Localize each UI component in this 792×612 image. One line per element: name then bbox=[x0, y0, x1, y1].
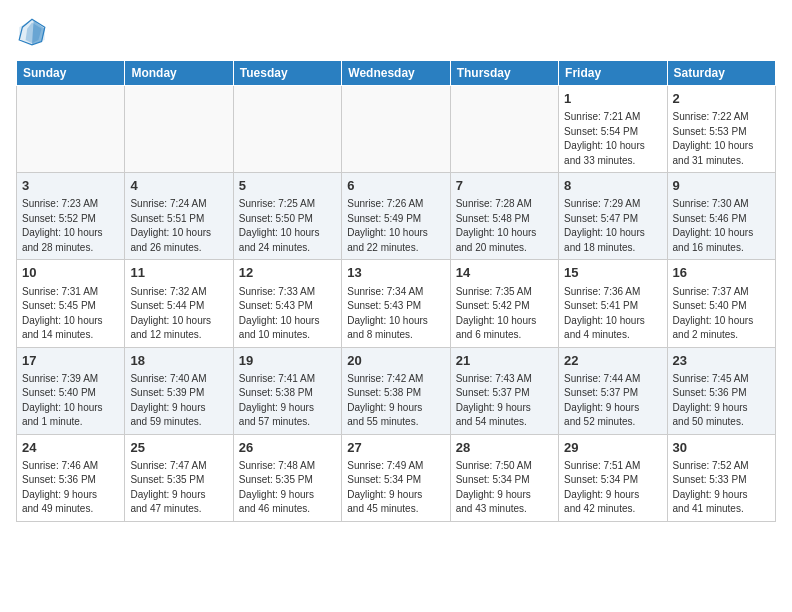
calendar-cell: 2Sunrise: 7:22 AM Sunset: 5:53 PM Daylig… bbox=[667, 86, 775, 173]
day-number: 21 bbox=[456, 352, 553, 370]
day-info: Sunrise: 7:47 AM Sunset: 5:35 PM Dayligh… bbox=[130, 459, 227, 517]
day-number: 23 bbox=[673, 352, 770, 370]
calendar-cell: 10Sunrise: 7:31 AM Sunset: 5:45 PM Dayli… bbox=[17, 260, 125, 347]
calendar-cell bbox=[17, 86, 125, 173]
day-info: Sunrise: 7:48 AM Sunset: 5:35 PM Dayligh… bbox=[239, 459, 336, 517]
day-number: 24 bbox=[22, 439, 119, 457]
day-number: 1 bbox=[564, 90, 661, 108]
day-info: Sunrise: 7:28 AM Sunset: 5:48 PM Dayligh… bbox=[456, 197, 553, 255]
day-info: Sunrise: 7:50 AM Sunset: 5:34 PM Dayligh… bbox=[456, 459, 553, 517]
day-info: Sunrise: 7:44 AM Sunset: 5:37 PM Dayligh… bbox=[564, 372, 661, 430]
day-number: 18 bbox=[130, 352, 227, 370]
calendar-week-3: 10Sunrise: 7:31 AM Sunset: 5:45 PM Dayli… bbox=[17, 260, 776, 347]
day-info: Sunrise: 7:40 AM Sunset: 5:39 PM Dayligh… bbox=[130, 372, 227, 430]
calendar-cell: 24Sunrise: 7:46 AM Sunset: 5:36 PM Dayli… bbox=[17, 434, 125, 521]
day-info: Sunrise: 7:41 AM Sunset: 5:38 PM Dayligh… bbox=[239, 372, 336, 430]
calendar-cell: 19Sunrise: 7:41 AM Sunset: 5:38 PM Dayli… bbox=[233, 347, 341, 434]
calendar-cell bbox=[125, 86, 233, 173]
calendar-cell: 12Sunrise: 7:33 AM Sunset: 5:43 PM Dayli… bbox=[233, 260, 341, 347]
day-info: Sunrise: 7:21 AM Sunset: 5:54 PM Dayligh… bbox=[564, 110, 661, 168]
column-header-saturday: Saturday bbox=[667, 61, 775, 86]
day-info: Sunrise: 7:25 AM Sunset: 5:50 PM Dayligh… bbox=[239, 197, 336, 255]
calendar-cell: 7Sunrise: 7:28 AM Sunset: 5:48 PM Daylig… bbox=[450, 173, 558, 260]
day-number: 4 bbox=[130, 177, 227, 195]
calendar-cell: 18Sunrise: 7:40 AM Sunset: 5:39 PM Dayli… bbox=[125, 347, 233, 434]
day-number: 28 bbox=[456, 439, 553, 457]
calendar-cell bbox=[342, 86, 450, 173]
calendar-cell: 5Sunrise: 7:25 AM Sunset: 5:50 PM Daylig… bbox=[233, 173, 341, 260]
day-info: Sunrise: 7:30 AM Sunset: 5:46 PM Dayligh… bbox=[673, 197, 770, 255]
day-info: Sunrise: 7:24 AM Sunset: 5:51 PM Dayligh… bbox=[130, 197, 227, 255]
column-header-monday: Monday bbox=[125, 61, 233, 86]
column-header-sunday: Sunday bbox=[17, 61, 125, 86]
day-number: 26 bbox=[239, 439, 336, 457]
day-info: Sunrise: 7:51 AM Sunset: 5:34 PM Dayligh… bbox=[564, 459, 661, 517]
day-number: 12 bbox=[239, 264, 336, 282]
calendar-cell: 13Sunrise: 7:34 AM Sunset: 5:43 PM Dayli… bbox=[342, 260, 450, 347]
calendar-week-1: 1Sunrise: 7:21 AM Sunset: 5:54 PM Daylig… bbox=[17, 86, 776, 173]
day-info: Sunrise: 7:34 AM Sunset: 5:43 PM Dayligh… bbox=[347, 285, 444, 343]
calendar-week-4: 17Sunrise: 7:39 AM Sunset: 5:40 PM Dayli… bbox=[17, 347, 776, 434]
day-info: Sunrise: 7:46 AM Sunset: 5:36 PM Dayligh… bbox=[22, 459, 119, 517]
day-number: 5 bbox=[239, 177, 336, 195]
calendar-header: SundayMondayTuesdayWednesdayThursdayFrid… bbox=[17, 61, 776, 86]
logo bbox=[16, 16, 52, 48]
day-number: 22 bbox=[564, 352, 661, 370]
day-info: Sunrise: 7:45 AM Sunset: 5:36 PM Dayligh… bbox=[673, 372, 770, 430]
calendar-cell: 1Sunrise: 7:21 AM Sunset: 5:54 PM Daylig… bbox=[559, 86, 667, 173]
day-number: 25 bbox=[130, 439, 227, 457]
calendar-cell: 14Sunrise: 7:35 AM Sunset: 5:42 PM Dayli… bbox=[450, 260, 558, 347]
day-info: Sunrise: 7:42 AM Sunset: 5:38 PM Dayligh… bbox=[347, 372, 444, 430]
calendar-cell: 21Sunrise: 7:43 AM Sunset: 5:37 PM Dayli… bbox=[450, 347, 558, 434]
day-info: Sunrise: 7:52 AM Sunset: 5:33 PM Dayligh… bbox=[673, 459, 770, 517]
day-number: 29 bbox=[564, 439, 661, 457]
day-info: Sunrise: 7:26 AM Sunset: 5:49 PM Dayligh… bbox=[347, 197, 444, 255]
calendar-cell: 17Sunrise: 7:39 AM Sunset: 5:40 PM Dayli… bbox=[17, 347, 125, 434]
header-row: SundayMondayTuesdayWednesdayThursdayFrid… bbox=[17, 61, 776, 86]
calendar-cell: 16Sunrise: 7:37 AM Sunset: 5:40 PM Dayli… bbox=[667, 260, 775, 347]
day-info: Sunrise: 7:32 AM Sunset: 5:44 PM Dayligh… bbox=[130, 285, 227, 343]
column-header-friday: Friday bbox=[559, 61, 667, 86]
calendar-cell: 15Sunrise: 7:36 AM Sunset: 5:41 PM Dayli… bbox=[559, 260, 667, 347]
calendar-cell: 26Sunrise: 7:48 AM Sunset: 5:35 PM Dayli… bbox=[233, 434, 341, 521]
day-number: 3 bbox=[22, 177, 119, 195]
calendar-table: SundayMondayTuesdayWednesdayThursdayFrid… bbox=[16, 60, 776, 522]
calendar-cell: 25Sunrise: 7:47 AM Sunset: 5:35 PM Dayli… bbox=[125, 434, 233, 521]
calendar-cell: 3Sunrise: 7:23 AM Sunset: 5:52 PM Daylig… bbox=[17, 173, 125, 260]
calendar-week-5: 24Sunrise: 7:46 AM Sunset: 5:36 PM Dayli… bbox=[17, 434, 776, 521]
calendar-cell bbox=[233, 86, 341, 173]
day-info: Sunrise: 7:33 AM Sunset: 5:43 PM Dayligh… bbox=[239, 285, 336, 343]
day-number: 30 bbox=[673, 439, 770, 457]
day-info: Sunrise: 7:37 AM Sunset: 5:40 PM Dayligh… bbox=[673, 285, 770, 343]
calendar-cell: 8Sunrise: 7:29 AM Sunset: 5:47 PM Daylig… bbox=[559, 173, 667, 260]
day-number: 19 bbox=[239, 352, 336, 370]
day-number: 9 bbox=[673, 177, 770, 195]
column-header-wednesday: Wednesday bbox=[342, 61, 450, 86]
calendar-cell: 23Sunrise: 7:45 AM Sunset: 5:36 PM Dayli… bbox=[667, 347, 775, 434]
day-number: 14 bbox=[456, 264, 553, 282]
calendar-cell: 30Sunrise: 7:52 AM Sunset: 5:33 PM Dayli… bbox=[667, 434, 775, 521]
calendar-cell: 6Sunrise: 7:26 AM Sunset: 5:49 PM Daylig… bbox=[342, 173, 450, 260]
calendar-cell: 29Sunrise: 7:51 AM Sunset: 5:34 PM Dayli… bbox=[559, 434, 667, 521]
day-number: 17 bbox=[22, 352, 119, 370]
day-info: Sunrise: 7:29 AM Sunset: 5:47 PM Dayligh… bbox=[564, 197, 661, 255]
day-number: 11 bbox=[130, 264, 227, 282]
day-info: Sunrise: 7:22 AM Sunset: 5:53 PM Dayligh… bbox=[673, 110, 770, 168]
day-number: 10 bbox=[22, 264, 119, 282]
page-header bbox=[16, 16, 776, 48]
calendar-cell: 22Sunrise: 7:44 AM Sunset: 5:37 PM Dayli… bbox=[559, 347, 667, 434]
day-info: Sunrise: 7:39 AM Sunset: 5:40 PM Dayligh… bbox=[22, 372, 119, 430]
day-number: 7 bbox=[456, 177, 553, 195]
calendar-cell: 9Sunrise: 7:30 AM Sunset: 5:46 PM Daylig… bbox=[667, 173, 775, 260]
day-number: 27 bbox=[347, 439, 444, 457]
calendar-cell: 20Sunrise: 7:42 AM Sunset: 5:38 PM Dayli… bbox=[342, 347, 450, 434]
day-number: 8 bbox=[564, 177, 661, 195]
calendar-body: 1Sunrise: 7:21 AM Sunset: 5:54 PM Daylig… bbox=[17, 86, 776, 522]
day-number: 15 bbox=[564, 264, 661, 282]
day-number: 2 bbox=[673, 90, 770, 108]
column-header-tuesday: Tuesday bbox=[233, 61, 341, 86]
logo-icon bbox=[16, 16, 48, 48]
day-info: Sunrise: 7:31 AM Sunset: 5:45 PM Dayligh… bbox=[22, 285, 119, 343]
day-number: 6 bbox=[347, 177, 444, 195]
day-info: Sunrise: 7:49 AM Sunset: 5:34 PM Dayligh… bbox=[347, 459, 444, 517]
